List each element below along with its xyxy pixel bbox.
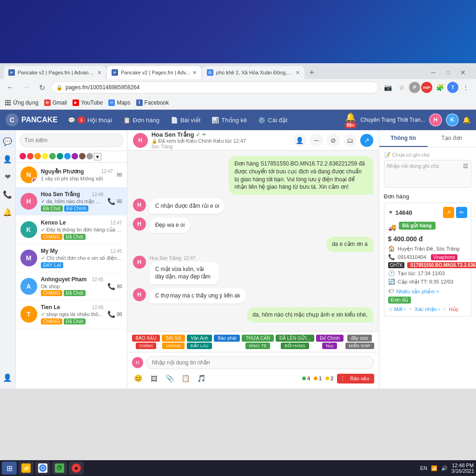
start-button[interactable]: ⊞ xyxy=(2,462,17,475)
camera-button[interactable]: 📷 xyxy=(381,81,394,94)
minimize-button[interactable]: ─ xyxy=(427,66,440,79)
taskbar-ctimer[interactable]: ⏱ xyxy=(52,462,67,475)
header-avatar-2[interactable]: K xyxy=(446,113,459,126)
tab-3-close[interactable]: × xyxy=(296,69,300,76)
nav-don-hang[interactable]: 📋 Đơn hàng xyxy=(119,114,164,126)
attachment-button[interactable]: 📎 xyxy=(164,372,177,385)
order-cancel-link[interactable]: Hủy xyxy=(449,306,458,312)
tag-da-len-gui[interactable]: ĐÃ LÊN GỮI... ĐỔI HÀNG xyxy=(276,335,314,349)
conv-item-kenxo-le[interactable]: K Kenxo Le 12:47 ✓ Đây là thông tin đơn … xyxy=(16,216,127,244)
tag-bao-phat[interactable]: Báo phát xyxy=(214,335,240,349)
tag-do-chinh[interactable]: Đổ Chính hủy xyxy=(316,335,344,349)
tag-day-size[interactable]: đây size MIỀN SHIP xyxy=(345,335,374,349)
order-edit-button[interactable]: ✏ xyxy=(456,207,467,218)
bell-icon[interactable]: 🔔 xyxy=(463,116,470,124)
tab-thong-tin[interactable]: Thông tin xyxy=(379,130,428,147)
tab-1[interactable]: P Pancake v2 | Pages.fm | Advanc... × xyxy=(4,66,106,79)
apps-bookmark[interactable]: Ứng dụng xyxy=(5,99,39,106)
tag-sai-so[interactable]: SAI SỐ CHANG xyxy=(162,335,185,349)
profile-button[interactable]: T xyxy=(447,82,458,93)
order-confirm-link[interactable]: Xác nhận › xyxy=(415,306,440,312)
color-filter-orange[interactable] xyxy=(34,153,41,159)
conv-item-nguyen-phuong[interactable]: N 1 Nguyễn Phương 12:47 1 vây có phi shi… xyxy=(16,163,127,187)
emoji-button[interactable]: 😊 xyxy=(132,372,145,385)
maximize-button[interactable]: □ xyxy=(442,66,455,79)
chat-minus-btn[interactable]: ─ xyxy=(310,134,323,147)
youtube-bookmark[interactable]: ▶ YouTube xyxy=(73,99,103,106)
ext-p-button[interactable]: P xyxy=(409,82,420,93)
color-filter-brown[interactable] xyxy=(79,153,86,159)
audio-button[interactable]: 🎵 xyxy=(195,372,208,385)
nav-cai-dat[interactable]: ⚙️ Cài đặt xyxy=(253,114,292,126)
order-new-link[interactable]: ☆ Mới › xyxy=(388,306,406,312)
back-button[interactable]: ← xyxy=(4,81,17,94)
sidebar-user-icon[interactable]: 👤 xyxy=(0,152,15,166)
notifications-area[interactable]: 🔔 99+ xyxy=(344,112,357,128)
taskbar-clock: 12:48 PM 3/16/2021 xyxy=(451,463,474,474)
image-button[interactable]: 🖼 xyxy=(148,372,161,385)
sidebar-heart-icon[interactable]: ❤ xyxy=(0,169,15,184)
verified-icon: ✓ xyxy=(196,132,200,138)
conv-item-my-my[interactable]: M My My 12:45 ✓ Chị chốt đơn cho e xin s… xyxy=(16,244,127,272)
sidebar-chat-icon[interactable]: 💬 xyxy=(0,134,15,149)
search-input[interactable] xyxy=(20,134,123,147)
gmail-bookmark[interactable]: M Gmail xyxy=(44,99,67,106)
bookmark-button[interactable]: ☆ xyxy=(395,81,408,94)
ext-abp-button[interactable]: ABP xyxy=(421,82,432,93)
tag-thua-can[interactable]: THỪA CẦN KHAI: TE xyxy=(242,335,274,349)
chat-archive-btn[interactable]: 🗂 xyxy=(344,134,357,147)
conv-item-tien-le[interactable]: T Tien Le 12:45 ✓ shop ngta lài nhiều th… xyxy=(16,300,127,329)
chevron-down-icon[interactable]: ▼ xyxy=(388,209,394,216)
conv-item-anhnguyet[interactable]: A Anhnguyet Pham 12:45 Ok shop CHANG Đã … xyxy=(16,272,127,300)
new-tab-button[interactable]: + xyxy=(305,66,318,79)
maps-bookmark[interactable]: M Maps xyxy=(108,99,130,106)
facebook-bookmark[interactable]: f Facebook xyxy=(136,99,169,106)
extensions-button[interactable]: 🧩 xyxy=(433,81,446,94)
color-filter-purple[interactable] xyxy=(72,153,78,159)
note-input-area[interactable]: Nhập nội dung ghi chú 🖼 xyxy=(384,160,471,188)
tag-van-anh[interactable]: Văn Anh ĐẤY LÀU xyxy=(187,335,212,349)
menu-button[interactable]: ⋮ xyxy=(459,81,472,94)
multi-product-link[interactable]: Nhiều sản phẩm > xyxy=(397,289,439,295)
tab-2-close[interactable]: × xyxy=(193,69,197,76)
color-filter-blue[interactable] xyxy=(64,153,71,159)
tab-tao-don[interactable]: Tạo đơn xyxy=(428,130,476,147)
color-filter-green[interactable] xyxy=(49,153,56,159)
chat-expand-btn[interactable]: ↗ xyxy=(360,134,373,147)
forward-button[interactable]: → xyxy=(20,81,33,94)
header-avatar-1[interactable]: H xyxy=(429,113,442,126)
don-hang-label: Đơn hàng xyxy=(133,117,159,124)
color-filter-pink[interactable] xyxy=(20,153,26,159)
chat-block-btn[interactable]: ⊘ xyxy=(327,134,340,147)
url-input[interactable]: 🔒 pages.fm/1005148985958264 xyxy=(51,81,378,93)
report-bad-button[interactable]: 🚩 Báo xấu xyxy=(337,374,374,383)
nav-bai-viet[interactable]: 📄 Bài viết xyxy=(166,114,205,126)
order-share-button[interactable]: ↗ xyxy=(443,207,454,218)
close-window-button[interactable]: ✕ xyxy=(456,66,469,79)
chat-message-input[interactable] xyxy=(146,356,374,369)
color-filter-yellow[interactable] xyxy=(42,153,48,159)
filter-dropdown[interactable]: ▼ xyxy=(94,153,101,160)
taskbar-other[interactable]: ● xyxy=(69,462,84,475)
taskbar-chrome[interactable] xyxy=(35,462,50,475)
color-filter-gray[interactable] xyxy=(86,153,93,159)
sidebar-bottom-icon[interactable]: 👤 xyxy=(0,370,15,385)
nav-thong-ke[interactable]: 📊 Thống kê xyxy=(207,114,251,126)
msg-sender-name-4: Hoa Sen Trắng xyxy=(150,256,181,261)
nav-hoi-thoai[interactable]: 💬 1 Hội thoại xyxy=(63,113,117,126)
template-button[interactable]: 📋 xyxy=(179,372,192,385)
sidebar-bell-icon[interactable]: 🔔 xyxy=(0,205,15,219)
chat-user-profile-btn[interactable]: 👤 xyxy=(293,134,306,147)
tab-2[interactable]: P Pancake v2 | Pages.fm | Adv... × xyxy=(107,66,201,79)
sidebar-phone-icon[interactable]: 📞 xyxy=(0,187,15,202)
tag-bao-xau[interactable]: BÁO XẤU CHÍNH xyxy=(132,335,160,349)
conv-item-hoa-sen-trang[interactable]: H Hoa Sen Trắng 12:48 ✓ da, hôm nào chị … xyxy=(16,187,127,216)
tab-3[interactable]: G phú khê 2, Xã Hòa Xuân Đông, t... × xyxy=(202,66,304,79)
tab-1-close[interactable]: × xyxy=(98,69,101,76)
color-filter-teal[interactable] xyxy=(57,153,63,159)
refresh-button[interactable]: ↻ xyxy=(35,81,48,94)
conv-name-1: Hoa Sen Trắng xyxy=(41,191,80,198)
color-filter-red[interactable] xyxy=(27,153,33,159)
tag-sai-so-sub: CHANG xyxy=(162,343,185,349)
taskbar-file-explorer[interactable]: 📁 xyxy=(19,462,33,475)
